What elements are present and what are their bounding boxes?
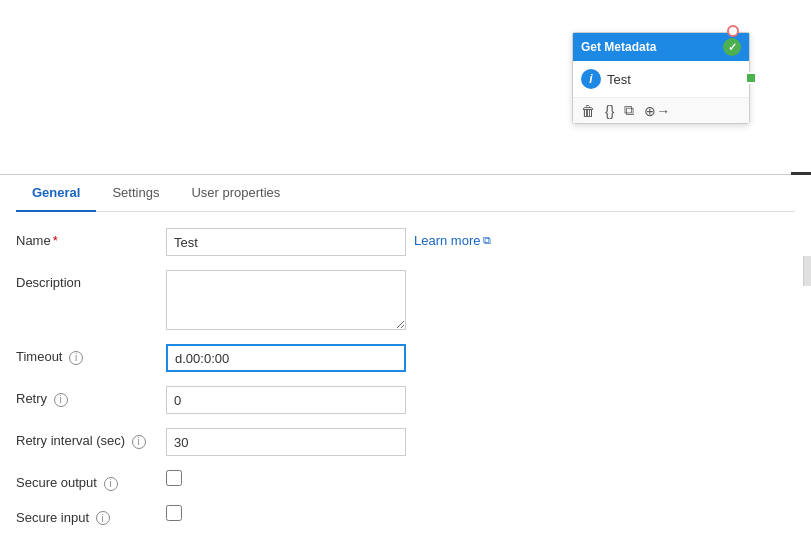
timeout-info-icon[interactable]: i (69, 351, 83, 365)
secure-output-label: Secure output i (16, 470, 166, 491)
tab-general[interactable]: General (16, 175, 96, 212)
retry-control-wrap (166, 386, 795, 414)
secure-input-control-wrap (166, 505, 795, 521)
card-header: Get Metadata ✓ (573, 33, 749, 61)
secure-input-row: Secure input i (16, 505, 795, 526)
retry-interval-label: Retry interval (sec) i (16, 428, 166, 449)
description-control-wrap (166, 270, 795, 330)
secure-output-checkbox[interactable] (166, 470, 182, 486)
top-connector[interactable] (727, 25, 739, 37)
timeout-input[interactable] (166, 344, 406, 372)
external-link-icon: ⧉ (483, 234, 491, 247)
retry-label: Retry i (16, 386, 166, 407)
tab-bar: General Settings User properties (16, 175, 795, 212)
canvas-area: Get Metadata ✓ i Test 🗑 {} ⧉ ⊕→ (0, 0, 811, 175)
info-icon: i (581, 69, 601, 89)
card-check-icon: ✓ (723, 38, 741, 56)
secure-output-control-wrap (166, 470, 795, 486)
retry-row: Retry i (16, 386, 795, 414)
properties-panel: General Settings User properties Name* L… (0, 175, 811, 542)
card-toolbar: 🗑 {} ⧉ ⊕→ (573, 97, 749, 123)
tab-user-properties[interactable]: User properties (175, 175, 296, 212)
timeout-control-wrap (166, 344, 795, 372)
retry-interval-row: Retry interval (sec) i (16, 428, 795, 456)
copy-icon[interactable]: ⧉ (624, 102, 634, 119)
description-input[interactable] (166, 270, 406, 330)
right-connector[interactable] (745, 72, 757, 84)
retry-interval-input[interactable] (166, 428, 406, 456)
description-row: Description (16, 270, 795, 330)
card-body: i Test (573, 61, 749, 97)
name-row: Name* Learn more ⧉ (16, 228, 795, 256)
tab-settings[interactable]: Settings (96, 175, 175, 212)
timeout-label: Timeout i (16, 344, 166, 365)
timeout-row: Timeout i (16, 344, 795, 372)
required-star: * (53, 233, 58, 248)
secure-output-row: Secure output i (16, 470, 795, 491)
card-activity-name: Test (607, 72, 631, 87)
learn-more-link[interactable]: Learn more ⧉ (414, 228, 491, 248)
secure-input-label: Secure input i (16, 505, 166, 526)
name-input[interactable] (166, 228, 406, 256)
code-icon[interactable]: {} (605, 103, 614, 119)
secure-output-info-icon[interactable]: i (104, 477, 118, 491)
right-resize-handle[interactable] (803, 256, 811, 286)
delete-icon[interactable]: 🗑 (581, 103, 595, 119)
forward-icon[interactable]: ⊕→ (644, 103, 670, 119)
card-title: Get Metadata (581, 40, 656, 54)
retry-info-icon[interactable]: i (54, 393, 68, 407)
retry-interval-control-wrap (166, 428, 795, 456)
retry-interval-info-icon[interactable]: i (132, 435, 146, 449)
description-label: Description (16, 270, 166, 290)
retry-input[interactable] (166, 386, 406, 414)
name-label: Name* (16, 228, 166, 248)
name-control-wrap: Learn more ⧉ (166, 228, 795, 256)
activity-card: Get Metadata ✓ i Test 🗑 {} ⧉ ⊕→ (572, 32, 750, 124)
secure-input-info-icon[interactable]: i (96, 511, 110, 525)
secure-input-checkbox[interactable] (166, 505, 182, 521)
